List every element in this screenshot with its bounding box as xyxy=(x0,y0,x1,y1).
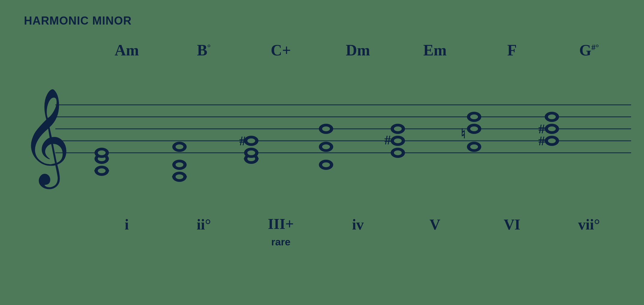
roman-iio: ii° xyxy=(165,216,243,249)
svg-text:#: # xyxy=(538,122,545,136)
chord-label-am: Am xyxy=(88,41,165,59)
chord-label-cp: C+ xyxy=(242,41,319,59)
svg-point-47 xyxy=(470,114,478,119)
svg-point-33 xyxy=(322,126,330,131)
svg-point-42 xyxy=(470,144,478,149)
svg-text:♮: ♮ xyxy=(461,127,465,141)
svg-point-40 xyxy=(394,126,402,131)
roman-V: V xyxy=(396,216,474,249)
svg-point-38 xyxy=(394,138,402,143)
svg-point-35 xyxy=(394,150,402,155)
svg-text:𝄞: 𝄞 xyxy=(21,89,70,190)
roman-i: i xyxy=(88,216,165,249)
page-title: HARMONIC MINOR xyxy=(24,14,132,27)
svg-point-55 xyxy=(548,114,556,119)
svg-point-15 xyxy=(176,174,183,179)
chord-label-dm: Dm xyxy=(319,41,397,59)
svg-point-17 xyxy=(176,162,183,167)
svg-point-8 xyxy=(98,168,106,173)
rare-label: rare xyxy=(271,236,290,247)
chord-label-gsharpo: G#° xyxy=(550,41,628,59)
svg-point-12 xyxy=(98,150,106,155)
svg-point-50 xyxy=(548,138,556,143)
svg-point-24 xyxy=(247,150,255,155)
svg-text:#: # xyxy=(384,133,391,147)
roman-VI: VI xyxy=(474,216,551,249)
svg-point-29 xyxy=(322,162,330,167)
svg-point-45 xyxy=(470,126,478,131)
svg-point-31 xyxy=(322,144,330,149)
roman-iv: iv xyxy=(319,216,397,249)
svg-point-27 xyxy=(247,138,255,143)
chord-label-bo: B° xyxy=(165,41,243,59)
chord-label-em: Em xyxy=(396,41,474,59)
svg-point-53 xyxy=(548,126,556,131)
svg-point-19 xyxy=(176,144,183,149)
roman-viio: vii° xyxy=(550,216,628,249)
chord-label-f: F xyxy=(474,41,551,59)
roman-III-plus: III+rare xyxy=(242,216,319,249)
